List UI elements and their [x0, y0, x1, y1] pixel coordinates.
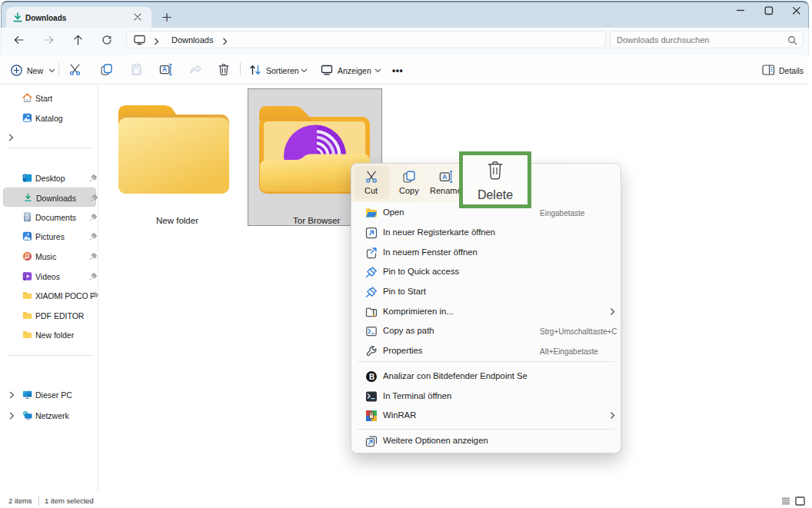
- svg-text:A: A: [442, 173, 448, 181]
- svg-text:B: B: [369, 373, 374, 381]
- svg-text:A: A: [162, 65, 167, 73]
